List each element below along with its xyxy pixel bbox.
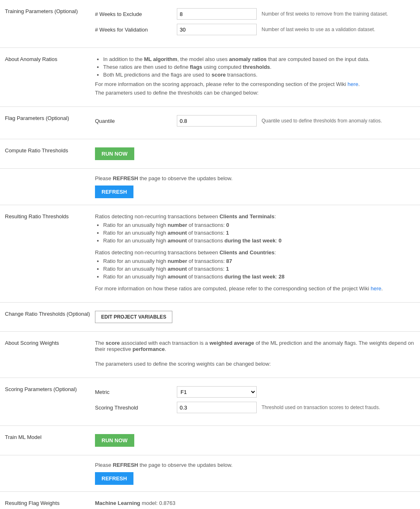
about-anomaly-label: About Anomaly Ratios	[5, 54, 95, 100]
weeks-exclude-desc: Number of first weeks to remove from the…	[262, 11, 388, 17]
flag-params-section: Flag Parameters (Optional) Quantile Quan…	[0, 107, 420, 139]
resulting-ratio-content: Ratios detecting non-recurring transacti…	[95, 212, 415, 296]
quantile-desc: Quantile used to define thresholds from …	[262, 118, 382, 124]
ct-bullet-3: Ratio for an unusually high amount of tr…	[103, 238, 415, 244]
training-params-section: Training Parameters (Optional) # Weeks t…	[0, 0, 420, 48]
quantile-input[interactable]	[177, 115, 257, 127]
anomaly-bullet-3: Both ML predictions and the flags are us…	[103, 72, 415, 78]
compute-ratio-label: Compute Ratio Thresholds	[5, 146, 95, 162]
metric-label: Metric	[95, 389, 177, 395]
scoring-params-section: Scoring Parameters (Optional) Metric F1 …	[0, 378, 420, 426]
about-anomaly-section: About Anomaly Ratios In addition to the …	[0, 48, 420, 107]
compute-ratio-content: RUN NOW	[95, 146, 415, 162]
about-scoring-label: About Scoring Weights	[5, 338, 95, 371]
scoring-threshold-label: Scoring Threshold	[95, 405, 177, 411]
metric-select[interactable]: F1 Precision Recall Accuracy	[177, 386, 257, 398]
ct-ratio-bullets: Ratio for an unusually high number of tr…	[95, 222, 415, 244]
ratio-wiki-link[interactable]: here	[370, 285, 381, 292]
compute-ratio-run-button[interactable]: RUN NOW	[95, 147, 134, 160]
ratio-wiki-text: For more information on how these ratios…	[95, 285, 415, 292]
weeks-exclude-row: # Weeks to Exclude Number of first weeks…	[95, 8, 415, 20]
about-scoring-content: The score associated with each transacti…	[95, 338, 415, 371]
change-ratio-content: EDIT PROJECT VARIABLES	[95, 309, 415, 325]
scoring-threshold-desc: Threshold used on transaction scores to …	[262, 405, 380, 410]
anomaly-bullet-1: In addition to the ML algorithm, the mod…	[103, 56, 415, 62]
cc-bullet-2: Ratio for an unusually high amount of tr…	[103, 266, 415, 272]
about-scoring-section: About Scoring Weights The score associat…	[0, 332, 420, 378]
cc-bullet-1: Ratio for an unusually high number of tr…	[103, 258, 415, 264]
weeks-exclude-label: # Weeks to Exclude	[95, 11, 177, 17]
change-ratio-label: Change Ratio Thresholds (Optional)	[5, 309, 95, 325]
flag-params-content: Quantile Quantile used to define thresho…	[95, 113, 415, 132]
anomaly-info-1: For more information on the scoring appr…	[95, 81, 415, 87]
scoring-params-label: Scoring Parameters (Optional)	[5, 385, 95, 419]
anomaly-bullet-2: These ratios are then used to define fla…	[103, 64, 415, 70]
anomaly-wiki-link[interactable]: here	[348, 81, 358, 87]
refresh-text-1: Please REFRESH the page to observe the u…	[95, 175, 415, 181]
about-anomaly-content: In addition to the ML algorithm, the mod…	[95, 54, 415, 100]
refresh-button-2[interactable]: REFRESH	[95, 472, 133, 485]
quantile-label: Quantile	[95, 118, 177, 124]
quantile-row: Quantile Quantile used to define thresho…	[95, 115, 415, 127]
training-params-label: Training Parameters (Optional)	[5, 7, 95, 41]
scoring-info-2: The parameters used to define the scorin…	[95, 361, 415, 367]
cc-ratio-group: Ratios detecting non-recurring transacti…	[95, 249, 415, 280]
weeks-validation-label: # Weeks for Validation	[95, 27, 177, 33]
training-params-content: # Weeks to Exclude Number of first weeks…	[95, 7, 415, 41]
flag-params-label: Flag Parameters (Optional)	[5, 113, 95, 132]
resulting-ratio-section: Resulting Ratio Thresholds Ratios detect…	[0, 205, 420, 303]
weeks-validation-row: # Weeks for Validation Number of last we…	[95, 24, 415, 35]
refresh-section-2: Please REFRESH the page to observe the u…	[0, 455, 420, 492]
edit-project-variables-button[interactable]: EDIT PROJECT VARIABLES	[95, 311, 172, 323]
scoring-threshold-row: Scoring Threshold Threshold used on tran…	[95, 402, 415, 413]
train-ml-section: Train ML Model RUN NOW	[0, 426, 420, 455]
scoring-info-1: The score associated with each transacti…	[95, 340, 415, 352]
metric-row: Metric F1 Precision Recall Accuracy	[95, 386, 415, 398]
compute-ratio-section: Compute Ratio Thresholds RUN NOW	[0, 139, 420, 169]
scoring-params-content: Metric F1 Precision Recall Accuracy Scor…	[95, 385, 415, 419]
refresh-section-1: Please REFRESH the page to observe the u…	[0, 169, 420, 205]
weeks-validation-input[interactable]	[177, 24, 257, 35]
ml-model-value: Machine Learning model: 0.8763	[95, 500, 415, 506]
weeks-exclude-input[interactable]	[177, 8, 257, 20]
ct-bullet-2: Ratio for an unusually high amount of tr…	[103, 230, 415, 236]
ct-bullet-1: Ratio for an unusually high number of tr…	[103, 222, 415, 228]
resulting-ratio-label: Resulting Ratio Thresholds	[5, 212, 95, 296]
ct-ratio-title: Ratios detecting non-recurring transacti…	[95, 213, 415, 219]
resulting-flags-section: Resulting Flag Weights Machine Learning …	[0, 492, 420, 509]
train-ml-label: Train ML Model	[5, 432, 95, 448]
train-ml-content: RUN NOW	[95, 432, 415, 448]
cc-ratio-title: Ratios detecting non-recurring transacti…	[95, 249, 415, 256]
refresh-button-1[interactable]: REFRESH	[95, 186, 133, 198]
refresh-text-2: Please REFRESH the page to observe the u…	[95, 462, 415, 468]
resulting-flags-label: Resulting Flag Weights	[5, 498, 95, 509]
change-ratio-section: Change Ratio Thresholds (Optional) EDIT …	[0, 303, 420, 332]
anomaly-bullets: In addition to the ML algorithm, the mod…	[95, 56, 415, 78]
ct-ratio-group: Ratios detecting non-recurring transacti…	[95, 213, 415, 244]
train-ml-run-button[interactable]: RUN NOW	[95, 434, 134, 447]
cc-bullet-3: Ratio for an unusually high amount of tr…	[103, 274, 415, 280]
scoring-threshold-input[interactable]	[177, 402, 257, 413]
cc-ratio-bullets: Ratio for an unusually high number of tr…	[95, 258, 415, 280]
weeks-validation-desc: Number of last weeks to use as a validat…	[262, 27, 375, 32]
anomaly-info-2: The parameters used to define the thresh…	[95, 90, 415, 96]
resulting-flags-content: Machine Learning model: 0.8763 Flags det…	[95, 498, 415, 509]
